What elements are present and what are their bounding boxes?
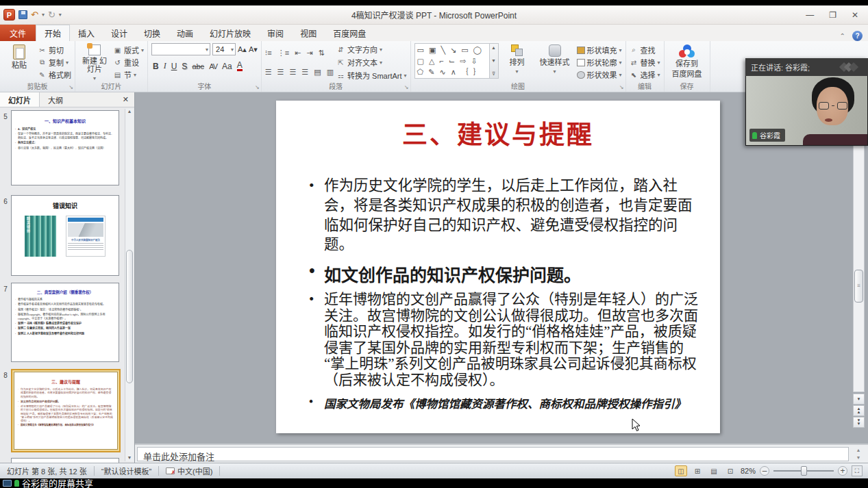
numbered-list-button[interactable]: ⋮≡ xyxy=(277,49,289,57)
grow-font-button[interactable]: A▴ xyxy=(238,44,247,55)
text-direction-button[interactable]: ⇵文字方向▾ xyxy=(336,44,406,55)
line-spacing-button[interactable]: ⇅ xyxy=(319,49,325,57)
strikethrough-button[interactable]: abc xyxy=(192,62,204,70)
tab-review[interactable]: 审阅 xyxy=(259,25,292,41)
save-to-baidu-button[interactable]: 保存到 百度网盘 xyxy=(668,43,706,81)
convert-smartart-button[interactable]: ⚏转换为 SmartArt▾ xyxy=(336,70,406,81)
bullet-list-button[interactable]: ⁝≡ xyxy=(265,49,272,57)
shape-outline-button[interactable]: 形状轮廓▾ xyxy=(577,57,622,68)
close-panel-icon[interactable]: ✕ xyxy=(117,92,134,107)
participant-video[interactable]: 谷彩霞 xyxy=(745,76,868,146)
align-center-button[interactable]: ☰ xyxy=(277,68,284,77)
dialog-launcher-icon[interactable]: ↘ xyxy=(255,84,260,90)
meeting-overlay[interactable]: 正在讲话: 谷彩霞; 谷彩霞 xyxy=(745,58,868,146)
bold-button[interactable]: B xyxy=(153,62,159,71)
slide-thumbnail-6[interactable]: 6 错误知识 精英律师 中华人民共和国知识产权法 xyxy=(0,195,119,276)
next-slide-button[interactable]: ▼▼ xyxy=(853,417,865,428)
spellcheck-indicator[interactable]: ✗ 中文(中国) xyxy=(159,465,219,476)
align-left-button[interactable]: ☰ xyxy=(265,68,272,77)
redo-button[interactable]: ↻ xyxy=(48,10,55,20)
save-icon[interactable] xyxy=(18,10,27,19)
previous-slide-button[interactable]: ▲▲ xyxy=(853,405,865,416)
select-button[interactable]: ⬉选择▾ xyxy=(630,69,660,80)
align-right-button[interactable]: ☰ xyxy=(289,68,296,77)
shape-effects-button[interactable]: 形状效果▾ xyxy=(577,69,622,80)
slide-thumbnail-7[interactable]: 7 二、典型案例介绍（侧重著作权） 著作权与版权的关系 著作权是作者或者其他权利… xyxy=(0,283,119,362)
tab-view[interactable]: 视图 xyxy=(292,25,325,41)
columns-button[interactable]: ▥ xyxy=(327,68,334,77)
arrange-button[interactable]: 排列▾ xyxy=(501,43,533,81)
shrink-font-button[interactable]: A▾ xyxy=(249,44,258,55)
character-spacing-button[interactable]: AV xyxy=(209,62,217,70)
dialog-launcher-icon[interactable]: ↘ xyxy=(619,84,624,90)
thumbnails-scrollbar[interactable]: ▲ ▼ xyxy=(125,109,134,461)
close-button[interactable]: ✕ xyxy=(852,10,858,20)
scroll-up-icon[interactable]: ▲ xyxy=(125,109,134,114)
normal-view-button[interactable]: ◫ xyxy=(675,465,687,476)
text-shadow-button[interactable]: S xyxy=(182,62,187,71)
slideshow-view-button[interactable]: ⊡ xyxy=(724,465,736,476)
change-case-button[interactable]: Aa xyxy=(222,62,232,71)
font-name-combo[interactable]: ▾ xyxy=(151,43,210,55)
align-text-button[interactable]: ⇱对齐文本▾ xyxy=(336,57,406,68)
fit-to-window-button[interactable]: ⛶ xyxy=(852,465,863,476)
slide-thumbnail-8-selected[interactable]: 8 三、建议与提醒 作为历史文化学院的学生，以后走上工作岗位，踏入社会，将是各类… xyxy=(0,369,121,452)
justify-button[interactable]: ☰ xyxy=(301,68,308,77)
tab-slides-thumbnails[interactable]: 幻灯片 xyxy=(0,92,40,107)
cut-button[interactable]: ✂剪切 xyxy=(38,44,71,55)
scrollbar-thumb[interactable] xyxy=(126,250,133,383)
meeting-header[interactable]: 正在讲话: 谷彩霞; xyxy=(745,58,868,76)
underline-button[interactable]: U xyxy=(171,62,177,71)
zoom-level[interactable]: 82% xyxy=(741,467,756,475)
reset-button[interactable]: ↺重设 xyxy=(113,57,144,68)
scroll-down-icon[interactable]: ▼ xyxy=(125,455,134,460)
copy-button[interactable]: ⧉复制▾ xyxy=(38,57,71,68)
new-slide-button[interactable]: 新建 幻灯片▾ xyxy=(79,43,110,81)
current-slide[interactable]: 三、建议与提醒 作为历史文化学院的学生，以后走上工作岗位，踏入社会，将是各类知识… xyxy=(276,101,720,433)
scrollbar-thumb[interactable] xyxy=(854,270,863,303)
tab-slideshow[interactable]: 幻灯片放映 xyxy=(201,25,259,41)
tab-file[interactable]: 文件 xyxy=(0,25,36,41)
language-indicator[interactable]: 中文(中国) xyxy=(177,465,212,476)
slide-body-placeholder[interactable]: 作为历史文化学院的学生，以后走上工作岗位，踏入社会，将是各类知识产权成果的积极的… xyxy=(276,176,720,411)
zoom-in-button[interactable]: + xyxy=(838,466,847,476)
format-painter-button[interactable]: ✎格式刷 xyxy=(38,69,71,80)
font-color-button[interactable]: A xyxy=(237,62,243,71)
shape-gallery[interactable]: ▭ ▣ ╲ ↘ ▭ ◯ ▢ △ ⌐ ⌙ ⇨ ⇩ ⬠ ✎ ∿ ∧ ｛ ｝ xyxy=(414,43,490,79)
notes-input[interactable]: 单击此处添加备注 xyxy=(137,447,849,461)
shape-fill-button[interactable]: 形状填充▾ xyxy=(577,44,622,55)
tab-outline[interactable]: 大纲 xyxy=(40,92,71,107)
section-button[interactable]: ▤节▾ xyxy=(113,69,144,80)
paste-button[interactable]: 粘贴 xyxy=(3,43,35,81)
tab-baidu-netdisk[interactable]: 百度网盘 xyxy=(325,25,374,41)
find-button[interactable]: ⌕查找 xyxy=(630,44,660,55)
zoom-slider[interactable] xyxy=(773,470,834,472)
shape-gallery-scrollbar[interactable]: ▲ ▼ ⊽ xyxy=(490,43,499,79)
distribute-button[interactable]: ▤ xyxy=(314,68,321,77)
powerpoint-logo-icon[interactable]: P xyxy=(3,9,15,21)
quick-styles-button[interactable]: 快速样式▾ xyxy=(536,43,574,81)
scroll-down-button[interactable]: ▼ xyxy=(853,394,865,404)
slide-sorter-view-button[interactable]: ⊞ xyxy=(691,465,704,476)
zoom-out-button[interactable]: – xyxy=(760,466,769,476)
collapse-ribbon-icon[interactable]: ⌃ xyxy=(840,32,845,40)
tab-insert[interactable]: 插入 xyxy=(70,25,103,41)
replace-button[interactable]: ⇄替换▾ xyxy=(630,57,660,68)
undo-dropdown-icon[interactable]: ▾ xyxy=(42,12,45,18)
italic-button[interactable]: I xyxy=(164,61,166,71)
dialog-launcher-icon[interactable]: ↘ xyxy=(404,84,409,90)
help-icon[interactable]: ? xyxy=(852,31,863,41)
restore-button[interactable]: ❐ xyxy=(829,10,836,20)
font-size-combo[interactable]: 24▾ xyxy=(212,43,236,55)
minimize-button[interactable]: — xyxy=(806,10,814,20)
tab-design[interactable]: 设计 xyxy=(103,25,136,41)
qat-customize-icon[interactable]: ▾ xyxy=(59,12,62,18)
increase-indent-button[interactable]: ⇥ xyxy=(306,49,312,57)
tab-animations[interactable]: 动画 xyxy=(169,25,201,41)
reading-view-button[interactable]: ▤ xyxy=(708,465,720,476)
decrease-indent-button[interactable]: ⇤ xyxy=(295,49,301,57)
tab-transitions[interactable]: 切换 xyxy=(136,25,169,41)
slide-thumbnail-5[interactable]: 5 一、知识产权基本知识 4、知识产权法 仅是一个学科概念，并不是一部具体的制定… xyxy=(0,110,119,185)
screen-share-bar[interactable]: 谷彩霞的屏幕共享 xyxy=(0,478,868,488)
notes-scrollbar[interactable]: ▲ ▼ xyxy=(853,448,864,460)
